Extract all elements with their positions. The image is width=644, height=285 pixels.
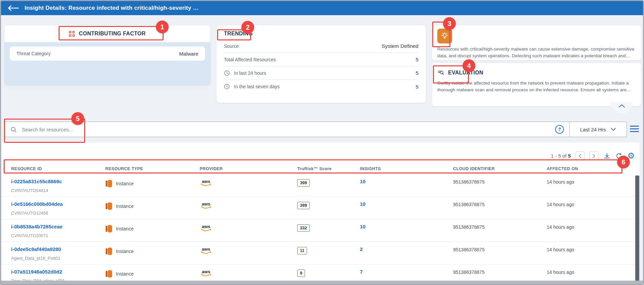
download-icon[interactable] xyxy=(603,152,611,160)
table-row[interactable]: i-0225a831c55c8869c CVINTAUTO54414 Insta… xyxy=(1,174,643,197)
trending-value: System Defined xyxy=(382,43,418,49)
evaluation-card: EVALUATION Swiftly isolate the affected … xyxy=(432,63,641,106)
trending-row-source: Source System Defined xyxy=(224,39,418,53)
search-input[interactable] xyxy=(22,127,555,132)
trurisk-score-badge: 332 xyxy=(297,224,310,232)
clock-icon xyxy=(224,84,230,90)
page-title: Insight Details: Resource infected with … xyxy=(25,5,199,11)
pagination-total: 5 xyxy=(568,153,571,159)
time-filter-value: Last 24 Hrs xyxy=(580,127,606,132)
insights-link[interactable]: 10 xyxy=(360,201,453,207)
aws-provider-icon: aws xyxy=(200,179,212,188)
trending-label: In last 24 hours xyxy=(234,70,266,76)
svg-text:aws: aws xyxy=(202,201,210,207)
column-insights[interactable]: INSIGHTS xyxy=(360,166,453,171)
back-arrow-icon[interactable] xyxy=(7,5,19,11)
cloud-identifier: 951386378875 xyxy=(453,202,547,207)
cloud-identifier: 951386378875 xyxy=(453,270,547,275)
refresh-icon[interactable] xyxy=(615,152,623,160)
top-bar: Insight Details: Resource infected with … xyxy=(1,1,643,15)
svg-text:aws: aws xyxy=(202,179,210,184)
column-trurisk-score[interactable]: TruRisk™ Score xyxy=(297,166,360,171)
column-provider[interactable]: PROVIDER xyxy=(200,166,297,171)
resource-name: CVINTAUTO20071 xyxy=(11,233,105,238)
resource-id-link[interactable]: i-07a511948a052d0d2 xyxy=(11,269,105,275)
trending-row-total: Total Affected Resources 5 xyxy=(224,53,418,66)
contributing-factor-body: Threat Category Malware xyxy=(4,42,210,85)
settings-gear-icon[interactable]: ⚙ xyxy=(628,152,635,160)
cloud-identifier: 951386378875 xyxy=(453,179,547,185)
pagination-range: 1 - 5 of 5 xyxy=(551,153,571,159)
column-resource-id[interactable]: RESOURCE ID xyxy=(11,166,105,171)
chevron-up-icon xyxy=(618,103,625,108)
table-header-row: RESOURCE ID RESOURCE TYPE PROVIDER TruRi… xyxy=(1,163,643,174)
resource-name: CVINTAUTO54414 xyxy=(11,188,105,193)
column-affected-on[interactable]: AFFECTED ON xyxy=(547,166,643,171)
vertical-scrollbar[interactable] xyxy=(635,176,639,282)
table-row[interactable]: i-0b8538a4b7285ceae CVINTAUTO20071 Insta… xyxy=(1,219,643,242)
threat-category-value: Malware xyxy=(179,51,198,57)
trending-label: In the last seven days xyxy=(234,84,279,89)
column-resource-type[interactable]: RESOURCE TYPE xyxy=(105,166,200,171)
svg-text:aws: aws xyxy=(202,269,210,274)
chevron-down-icon xyxy=(611,128,616,131)
insights-link[interactable]: 2 xyxy=(360,246,453,252)
trending-row-7d: In the last seven days 5 xyxy=(224,80,418,93)
cloud-identifier: 951386378875 xyxy=(453,247,547,252)
threat-category-row: Threat Category Malware xyxy=(10,46,205,61)
instance-icon xyxy=(105,179,112,188)
column-cloud-identifier[interactable]: CLOUD IDENTIFIER xyxy=(453,166,547,171)
instance-icon xyxy=(105,270,112,278)
insights-link[interactable]: 10 xyxy=(360,224,453,229)
trending-value: 5 xyxy=(416,57,418,62)
table-row[interactable]: i-0e5166c000bd04dea CVINTAUTO12456 Insta… xyxy=(1,197,643,219)
aws-provider-icon: aws xyxy=(200,246,212,255)
threat-category-label: Threat Category xyxy=(16,51,50,56)
aws-provider-icon: aws xyxy=(200,224,212,233)
svg-text:aws: aws xyxy=(202,224,210,229)
svg-text:aws: aws xyxy=(202,247,210,252)
table-row[interactable]: i-0dee5c9af440a9280 Agent_Data_pt18_Pod0… xyxy=(1,242,643,264)
prev-page-button[interactable] xyxy=(576,151,585,160)
trurisk-score-badge: 9 xyxy=(297,270,305,277)
instance-icon xyxy=(105,202,112,211)
resource-name: Agent_Data_pt18_Pod01 xyxy=(11,256,105,261)
trurisk-score-badge: 399 xyxy=(297,202,310,209)
insights-link[interactable]: 7 xyxy=(360,269,453,275)
trending-card: TRENDING Source System Defined Total Aff… xyxy=(216,25,426,103)
search-icon xyxy=(5,126,22,133)
aws-provider-icon: aws xyxy=(200,269,212,278)
resource-id-link[interactable]: i-0b8538a4b7285ceae xyxy=(11,224,105,229)
resource-name: CVINTAUTO12456 xyxy=(11,211,105,216)
cloud-identifier: 951386378875 xyxy=(453,224,547,230)
time-filter-dropdown[interactable]: Last 24 Hrs xyxy=(569,122,626,137)
resource-id-link[interactable]: i-0225a831c55c8869c xyxy=(11,179,105,184)
resource-type-label: Instance xyxy=(116,226,134,231)
trending-value: 5 xyxy=(416,70,418,76)
horizontal-scrollbar[interactable] xyxy=(1,281,643,284)
menu-icon[interactable] xyxy=(630,126,639,134)
evaluation-title: EVALUATION xyxy=(448,70,483,76)
trending-value: 5 xyxy=(416,84,418,90)
trurisk-score-badge: 399 xyxy=(297,179,310,187)
insight-summary-card: Resources with critical/high-severity ma… xyxy=(432,25,641,60)
resource-type-label: Instance xyxy=(116,249,134,254)
instance-icon xyxy=(105,247,112,256)
resource-id-link[interactable]: i-0e5166c000bd04dea xyxy=(11,201,105,207)
insight-summary-text: Resources with critical/high-severity ma… xyxy=(437,46,636,59)
instance-icon xyxy=(105,224,112,233)
trending-row-24h: In last 24 hours 5 xyxy=(224,66,418,80)
help-icon[interactable]: ? xyxy=(555,125,564,134)
collapse-section-button[interactable] xyxy=(611,102,633,114)
affected-on: 14 hours ago xyxy=(547,202,643,207)
insights-link[interactable]: 10 xyxy=(360,179,453,184)
next-page-button[interactable] xyxy=(589,151,599,160)
evaluation-search-icon xyxy=(437,69,445,76)
resource-type-label: Instance xyxy=(116,271,134,277)
evaluation-text: Swiftly isolate the affected resource fr… xyxy=(437,80,636,93)
affected-on: 14 hours ago xyxy=(547,224,643,230)
contributing-factor-title: CONTRIBUTING FACTOR xyxy=(79,31,145,37)
affected-on: 14 hours ago xyxy=(547,270,643,275)
resource-id-link[interactable]: i-0dee5c9af440a9280 xyxy=(11,246,105,252)
grid-icon xyxy=(69,31,75,37)
